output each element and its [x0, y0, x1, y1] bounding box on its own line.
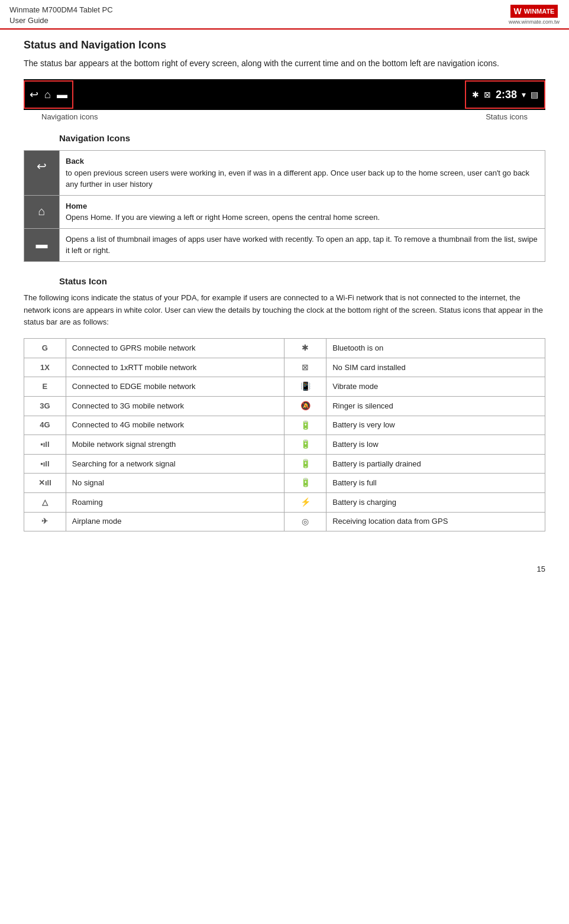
battery-status-icon: ▤	[531, 90, 538, 99]
nav-section-heading: Navigation Icons	[24, 133, 545, 143]
logo-text: WINMATE	[524, 8, 555, 15]
sim-status-icon: ⊠	[484, 90, 491, 99]
back-nav-icon: ↩	[30, 88, 38, 101]
status-right-icon: 🔕	[284, 397, 326, 416]
nav-icon-cell: ↩	[24, 151, 60, 196]
status-left-desc: Searching for a network signal	[66, 454, 284, 474]
bluetooth-status-icon: ✱	[472, 90, 479, 99]
status-right-desc: Battery is low	[326, 435, 545, 455]
status-left-icon: 3G	[24, 397, 66, 416]
page-header: Winmate M700DM4 Tablet PC User Guide W W…	[0, 0, 569, 30]
status-right-icon: ✱	[284, 339, 326, 358]
status-table-row: ▪ıllSearching for a network signal🔋Batte…	[24, 454, 545, 474]
status-right-desc: Bluetooth is on	[326, 339, 545, 358]
section-heading: Status and Navigation Icons	[24, 39, 545, 51]
status-right-desc: Battery is partially drained	[326, 454, 545, 474]
status-icons-box: ✱ ⊠ 2:38 ▾ ▤	[465, 80, 545, 109]
status-right-icon: ◎	[284, 512, 326, 531]
status-right-icon: ⚡	[284, 493, 326, 513]
status-right-desc: Battery is full	[326, 474, 545, 493]
status-left-icon: 1X	[24, 358, 66, 377]
logo-url: www.winmate.com.tw	[509, 19, 560, 25]
header-subtitle: User Guide	[9, 15, 113, 26]
logo-icon: W	[514, 7, 522, 16]
header-title: Winmate M700DM4 Tablet PC	[9, 5, 113, 15]
nav-icons-box: ↩ ⌂ ▬	[24, 80, 73, 109]
status-left-icon: G	[24, 339, 66, 358]
status-table-row: 4GConnected to 4G mobile network🔋Battery…	[24, 416, 545, 435]
status-right-icon: 🔋	[284, 474, 326, 493]
status-table-row: 1XConnected to 1xRTT mobile network⊠No S…	[24, 358, 545, 377]
status-left-icon: ✕ıll	[24, 474, 66, 493]
status-left-icon: ✈	[24, 512, 66, 531]
nav-icon-box: ▬	[31, 234, 53, 255]
nav-desc-cell: Backto open previous screen users were w…	[60, 151, 545, 196]
status-right-desc: Battery is very low	[326, 416, 545, 435]
status-right-desc: Battery is charging	[326, 493, 545, 513]
status-table-row: 3GConnected to 3G mobile network🔕Ringer …	[24, 397, 545, 416]
status-table-row: ▪ıllMobile network signal strength🔋Batte…	[24, 435, 545, 455]
nav-icon-cell: ▬	[24, 228, 60, 261]
status-table-row: △Roaming⚡Battery is charging	[24, 493, 545, 513]
nav-icon-box: ↩	[31, 155, 53, 177]
status-table-row: ✈Airplane mode◎Receiving location data f…	[24, 512, 545, 531]
statusbar-labels: Navigation icons Status icons	[24, 112, 545, 121]
status-left-desc: Mobile network signal strength	[66, 435, 284, 455]
status-left-desc: Connected to 3G mobile network	[66, 397, 284, 416]
header-text: Winmate M700DM4 Tablet PC User Guide	[9, 5, 113, 26]
status-left-desc: Airplane mode	[66, 512, 284, 531]
home-nav-icon: ⌂	[44, 89, 51, 101]
nav-label: Navigation icons	[24, 112, 98, 121]
status-left-icon: ▪ıll	[24, 435, 66, 455]
status-left-desc: Connected to 1xRTT mobile network	[66, 358, 284, 377]
status-right-desc: Receiving location data from GPS	[326, 512, 545, 531]
nav-table: ↩Backto open previous screen users were …	[24, 150, 545, 262]
status-left-icon: E	[24, 377, 66, 397]
status-right-icon: ⊠	[284, 358, 326, 377]
nav-icon-cell: ⌂	[24, 195, 60, 228]
page-number: 15	[0, 555, 569, 578]
status-table-row: EConnected to EDGE mobile network📳Vibrat…	[24, 377, 545, 397]
status-label: Status icons	[486, 112, 545, 121]
recent-nav-icon: ▬	[57, 89, 67, 101]
nav-desc-cell: HomeOpens Home. If you are viewing a lef…	[60, 195, 545, 228]
status-section-heading: Status Icon	[24, 276, 545, 286]
intro-text: The status bar appears at the bottom rig…	[24, 57, 545, 70]
status-left-desc: Connected to EDGE mobile network	[66, 377, 284, 397]
status-right-icon: 📳	[284, 377, 326, 397]
status-right-icon: 🔋	[284, 416, 326, 435]
statusbar-inner: ↩ ⌂ ▬ ✱ ⊠ 2:38 ▾ ▤	[24, 79, 545, 110]
logo-box: W WINMATE	[510, 5, 558, 18]
logo: W WINMATE www.winmate.com.tw	[509, 5, 560, 25]
wifi-status-icon: ▾	[522, 90, 526, 99]
status-right-icon: 🔋	[284, 454, 326, 474]
status-left-icon: 4G	[24, 416, 66, 435]
status-left-desc: Connected to GPRS mobile network	[66, 339, 284, 358]
status-right-desc: Ringer is silenced	[326, 397, 545, 416]
nav-desc-cell: Opens a list of thumbnail images of apps…	[60, 228, 545, 261]
status-right-desc: No SIM card installed	[326, 358, 545, 377]
status-time: 2:38	[496, 89, 517, 101]
status-left-desc: Roaming	[66, 493, 284, 513]
status-left-desc: Connected to 4G mobile network	[66, 416, 284, 435]
main-content: Status and Navigation Icons The status b…	[0, 30, 569, 555]
statusbar-demo: ↩ ⌂ ▬ ✱ ⊠ 2:38 ▾ ▤	[24, 79, 545, 110]
status-left-icon: ▪ıll	[24, 454, 66, 474]
status-table-row: GConnected to GPRS mobile network✱Blueto…	[24, 339, 545, 358]
nav-icon-box: ⌂	[31, 200, 53, 222]
status-table-row: ✕ıllNo signal🔋Battery is full	[24, 474, 545, 493]
status-intro: The following icons indicate the status …	[24, 292, 545, 329]
status-right-icon: 🔋	[284, 435, 326, 455]
status-left-icon: △	[24, 493, 66, 513]
status-icons-table: GConnected to GPRS mobile network✱Blueto…	[24, 338, 545, 531]
status-left-desc: No signal	[66, 474, 284, 493]
status-right-desc: Vibrate mode	[326, 377, 545, 397]
